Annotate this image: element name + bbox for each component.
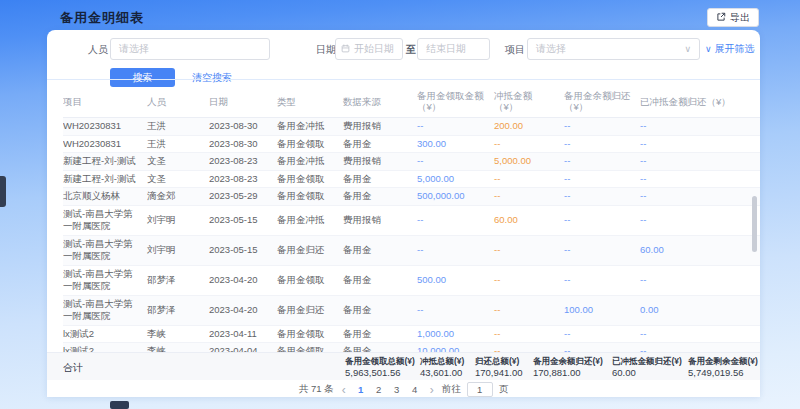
col-header-offset-amount: 冲抵金额（¥） — [494, 85, 564, 118]
content-panel: 人员 请选择 日期 开始日期 至 结束日期 项目 请选择 ∨ ∨ 展开筛选 搜索… — [47, 30, 760, 397]
cell-balance_return: -- — [564, 118, 640, 136]
clear-search-button[interactable]: 清空搜索 — [192, 71, 232, 85]
cell-balance_return: -- — [564, 205, 640, 235]
page-title: 备用金明细表 — [60, 9, 144, 27]
cell-person: 邵梦泽 — [147, 295, 209, 325]
date-end-input[interactable]: 结束日期 — [417, 38, 490, 60]
cell-received: -- — [417, 205, 494, 235]
col-header-date: 日期 — [209, 85, 277, 118]
summary-stat: 备用金剩余金额(¥)5,749,019.56 — [688, 355, 758, 379]
cell-offset_return: -- — [640, 170, 760, 188]
date-filter-label: 日期 — [316, 43, 336, 57]
date-start-placeholder: 开始日期 — [354, 42, 394, 56]
cell-offset_return: -- — [640, 135, 760, 153]
table-row: lx测试2李峡2023-04-04备用金领取备用金10,000.00------ — [63, 343, 760, 353]
goto-page-input[interactable] — [467, 382, 493, 397]
cell-project: lx测试2 — [63, 325, 147, 343]
cell-date: 2023-04-20 — [209, 295, 277, 325]
chevron-down-icon: ∨ — [705, 44, 712, 54]
date-start-input[interactable]: 开始日期 — [335, 38, 403, 60]
cell-received: -- — [417, 235, 494, 265]
cell-person: 刘宇明 — [147, 235, 209, 265]
cell-balance_return: -- — [564, 153, 640, 171]
drawer-toggle-handle[interactable] — [0, 176, 6, 207]
cell-offset_return[interactable]: 0.00 — [640, 295, 760, 325]
cell-date: 2023-05-15 — [209, 235, 277, 265]
person-filter-label: 人员 — [88, 43, 108, 57]
person-select[interactable]: 请选择 — [110, 38, 270, 60]
cell-received[interactable]: 10,000.00 — [417, 343, 494, 353]
cell-offset[interactable]: 60.00 — [494, 205, 564, 235]
cell-source: 备用金 — [343, 170, 417, 188]
goto-prefix-label: 前往 — [442, 383, 461, 396]
vertical-scrollbar[interactable] — [752, 196, 757, 252]
cell-received[interactable]: 300.00 — [417, 135, 494, 153]
table-row: 北京顺义杨林滴金郊2023-05-29备用金领取备用金500,000.00---… — [63, 188, 760, 206]
project-select[interactable]: 请选择 ∨ — [527, 38, 700, 60]
cell-source: 备用金 — [343, 235, 417, 265]
cell-source: 备用金 — [343, 295, 417, 325]
cell-received: -- — [417, 295, 494, 325]
col-header-person: 人员 — [147, 85, 209, 118]
cell-type: 备用金归还 — [277, 235, 343, 265]
goto-suffix-label: 页 — [499, 383, 509, 396]
section-divider — [47, 79, 760, 80]
cell-balance_return: -- — [564, 325, 640, 343]
cell-person: 李峡 — [147, 343, 209, 353]
cell-received[interactable]: 1,000.00 — [417, 325, 494, 343]
summary-stat: 备用金领取总额(¥)5,963,501.56 — [345, 355, 415, 379]
cell-received[interactable]: 500.00 — [417, 265, 494, 295]
cell-date: 2023-05-15 — [209, 205, 277, 235]
chevron-down-icon: ∨ — [684, 44, 691, 54]
export-button[interactable]: 导出 — [707, 8, 759, 27]
cell-offset_return: -- — [640, 265, 760, 295]
cell-balance_return: -- — [564, 265, 640, 295]
data-table: 项目 人员 日期 类型 数据来源 备用金领取金额（¥） 冲抵金额（¥） 备用金余… — [63, 85, 760, 352]
next-page-button[interactable]: › — [428, 385, 436, 395]
table-row: 新建工程-刘-测试文圣2023-08-23备用金领取备用金5,000.00---… — [63, 170, 760, 188]
cell-offset_return[interactable]: 60.00 — [640, 235, 760, 265]
table-row: 测试-南昌大学第一附属医院刘宇明2023-05-15备用金归还备用金------… — [63, 235, 760, 265]
cell-source: 费用报销 — [343, 153, 417, 171]
cell-balance_return: -- — [564, 235, 640, 265]
page-button-2[interactable]: 2 — [372, 384, 386, 395]
cell-date: 2023-05-29 — [209, 188, 277, 206]
cell-offset: -- — [494, 170, 564, 188]
table-row: 测试-南昌大学第一附属医院邵梦泽2023-04-20备用金领取备用金500.00… — [63, 265, 760, 295]
cell-received[interactable]: 500,000.00 — [417, 188, 494, 206]
cell-offset: -- — [494, 325, 564, 343]
summary-stat: 冲抵总额(¥)43,601.00 — [420, 355, 464, 379]
cell-received[interactable]: 5,000.00 — [417, 170, 494, 188]
cell-type: 备用金领取 — [277, 188, 343, 206]
cell-person: 王洪 — [147, 135, 209, 153]
cell-project: lx测试2 — [63, 343, 147, 353]
expand-filters-link[interactable]: ∨ 展开筛选 — [705, 42, 755, 56]
col-header-received-amount: 备用金领取金额（¥） — [417, 85, 494, 118]
page-button-1[interactable]: 1 — [354, 384, 368, 395]
cell-date: 2023-08-30 — [209, 135, 277, 153]
cell-date: 2023-04-20 — [209, 265, 277, 295]
export-label: 导出 — [730, 11, 750, 25]
cell-project: 测试-南昌大学第一附属医院 — [63, 265, 147, 295]
cell-project: 测试-南昌大学第一附属医院 — [63, 235, 147, 265]
cell-type: 备用金冲抵 — [277, 205, 343, 235]
page-button-3[interactable]: 3 — [390, 384, 404, 395]
cell-offset_return: -- — [640, 153, 760, 171]
cell-type: 备用金领取 — [277, 325, 343, 343]
cell-project: 测试-南昌大学第一附属医院 — [63, 205, 147, 235]
prev-page-button[interactable]: ‹ — [340, 385, 348, 395]
project-placeholder: 请选择 — [536, 42, 566, 56]
table-row: 测试-南昌大学第一附属医院邵梦泽2023-04-20备用金归还备用金----10… — [63, 295, 760, 325]
date-end-placeholder: 结束日期 — [426, 42, 466, 56]
cell-type: 备用金归还 — [277, 295, 343, 325]
cell-type: 备用金领取 — [277, 343, 343, 353]
cell-offset_return: -- — [640, 343, 760, 353]
cell-offset[interactable]: 200.00 — [494, 118, 564, 136]
cell-person: 文圣 — [147, 153, 209, 171]
page-button-4[interactable]: 4 — [408, 384, 422, 395]
table-row: WH20230831王洪2023-08-30备用金冲抵费用报销--200.00-… — [63, 118, 760, 136]
cell-date: 2023-04-11 — [209, 325, 277, 343]
cell-balance_return[interactable]: 100.00 — [564, 295, 640, 325]
cell-project: 新建工程-刘-测试 — [63, 153, 147, 171]
cell-offset[interactable]: 5,000.00 — [494, 153, 564, 171]
